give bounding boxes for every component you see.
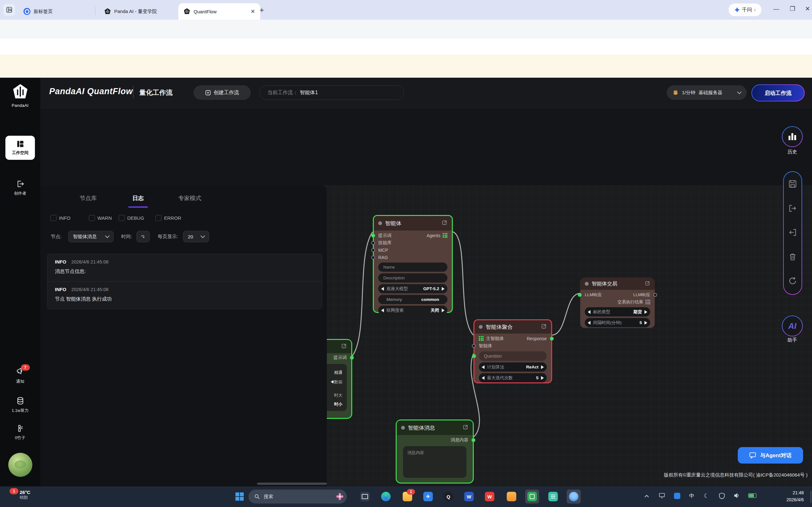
show-desktop-button[interactable] <box>810 491 811 503</box>
plan-algorithm-stepper[interactable]: 计划算法 ReAct <box>479 362 547 372</box>
import-button[interactable] <box>788 228 797 238</box>
agents-grid-port[interactable] <box>443 233 447 238</box>
port-dot[interactable] <box>653 293 657 297</box>
question-input[interactable]: Question <box>479 351 547 361</box>
port-dot[interactable] <box>371 241 375 245</box>
start-workflow-button[interactable]: 启动工作流 <box>751 84 805 102</box>
edit-icon[interactable] <box>442 220 447 227</box>
memory-field[interactable]: Memory common <box>378 295 447 304</box>
ime-indicator[interactable]: 中 <box>689 493 694 499</box>
wps-icon[interactable]: W <box>483 490 497 504</box>
stepper-right-icon[interactable] <box>442 287 445 291</box>
checkbox-icon[interactable] <box>50 215 56 221</box>
stepper-right-icon[interactable] <box>645 321 647 325</box>
stepper-right-icon[interactable] <box>442 308 445 312</box>
create-workflow-button[interactable]: 创建工作流 <box>194 85 251 100</box>
time-sort-button[interactable] <box>137 231 150 242</box>
task-view-button[interactable] <box>358 490 372 504</box>
stepper-left-icon[interactable] <box>482 376 485 380</box>
file-explorer-icon[interactable]: 1 <box>400 490 414 504</box>
history-button[interactable] <box>782 126 803 147</box>
ai-assistant-button[interactable]: AI <box>782 316 803 336</box>
port-dot[interactable] <box>472 344 476 348</box>
folder-app-icon[interactable] <box>505 490 518 504</box>
browser-tab-newtab[interactable]: 新标签页 <box>18 3 100 20</box>
port-dot[interactable] <box>578 293 581 297</box>
user-avatar[interactable] <box>8 453 32 477</box>
taskbar-search[interactable]: 搜索 <box>248 490 347 504</box>
port-dot[interactable] <box>550 337 554 341</box>
moon-icon[interactable]: ☾ <box>704 492 709 499</box>
horizontal-scrollbar[interactable] <box>257 483 327 485</box>
node-trade[interactable]: 智能体交易 LLM响应 LLM响应 交易执行结果 标的 <box>580 277 655 328</box>
port-dot[interactable] <box>471 438 475 442</box>
sidebar-item-notifications[interactable]: 7 通知 <box>0 367 40 384</box>
node-agent[interactable]: 智能体 提示词 Agents 技能库 <box>373 215 453 313</box>
notes-app-icon[interactable] <box>546 490 560 504</box>
save-button[interactable] <box>788 179 797 189</box>
edit-icon[interactable] <box>463 424 468 431</box>
sidebar-item-bamboo[interactable]: 0竹子 <box>0 424 40 441</box>
word-icon[interactable]: W <box>462 490 476 504</box>
filter-warn[interactable]: WARN <box>89 215 112 221</box>
interval-stepper[interactable]: 间隔时间(分钟) 5 <box>585 318 650 327</box>
filter-info[interactable]: INFO <box>50 215 70 221</box>
volume-icon[interactable] <box>733 493 740 500</box>
new-tab-button[interactable]: + <box>260 6 264 14</box>
sidebar-item-power[interactable]: 1.1w算力 <box>0 396 40 413</box>
delete-button[interactable] <box>789 252 797 263</box>
edge-browser-icon[interactable] <box>379 490 393 504</box>
max-iterations-stepper[interactable]: 最大迭代次数 5 <box>479 373 547 382</box>
tab-expert-mode[interactable]: 专家模式 <box>178 194 201 202</box>
node-header[interactable]: 智能体 <box>374 216 452 230</box>
port-dot[interactable] <box>371 234 375 237</box>
browser-app-icon[interactable] <box>567 490 581 504</box>
node-aggregate[interactable]: 智能体聚合 主智能体 Response 智能体 Que <box>473 319 552 383</box>
qq-icon[interactable]: Q <box>441 490 455 504</box>
pagesize-dropdown[interactable]: 20 <box>183 231 209 242</box>
tab-logs[interactable]: 日志 <box>132 194 144 202</box>
capture-app-icon[interactable] <box>525 490 539 504</box>
stepper-left-icon[interactable] <box>588 310 591 314</box>
node-header[interactable]: 智能体消息 <box>397 420 473 435</box>
taskbar-weather-widget[interactable]: 26°C 晴朗 <box>20 490 31 500</box>
stepper-left-icon[interactable] <box>381 287 384 291</box>
name-input[interactable]: Name <box>378 263 447 272</box>
sidebar-item-workspace[interactable]: 工作空间 <box>5 136 35 160</box>
stepper-right-icon[interactable] <box>541 365 544 369</box>
qianwen-button[interactable]: 千问 › <box>728 3 762 16</box>
log-entry[interactable]: INFO 2026/4/6 21:45:08 消息节点信息: <box>47 254 322 281</box>
node-message[interactable]: 智能体消息 消息内容 消息内容 <box>396 419 474 484</box>
trade-result-grid-port[interactable] <box>646 300 650 304</box>
port-dot[interactable] <box>371 256 375 259</box>
tab-close-icon[interactable]: ✕ <box>251 8 255 15</box>
tray-app-icon[interactable] <box>674 493 680 500</box>
server-selector[interactable]: 1/分钟 基础服务器 <box>667 85 747 100</box>
stepper-left-icon[interactable] <box>482 365 485 369</box>
filter-debug[interactable]: DEBUG <box>119 215 144 221</box>
edge-agent-aggregate[interactable] <box>453 232 473 335</box>
stepper-right-icon[interactable] <box>645 310 647 314</box>
battery-icon[interactable] <box>748 493 757 499</box>
edit-icon[interactable] <box>342 343 347 350</box>
tab-node-library[interactable]: 节点库 <box>80 194 97 202</box>
start-button[interactable] <box>236 493 244 501</box>
node-filter-dropdown[interactable]: 智能体消息 <box>68 231 114 242</box>
stepper-left-icon[interactable] <box>381 308 384 312</box>
edge-prompt-agent[interactable] <box>352 232 373 356</box>
chat-app-icon[interactable]: ✈ <box>421 490 435 504</box>
port-dot[interactable] <box>472 354 476 358</box>
log-entry[interactable]: INFO 2026/4/6 21:45:08 节点 智能体消息 执行成功 <box>47 281 322 309</box>
stepper-left-icon[interactable] <box>588 321 591 325</box>
sidebar-item-creator[interactable]: 创作者 <box>0 180 40 196</box>
agent-chat-button[interactable]: 与Agent对话 <box>738 447 803 463</box>
current-workflow-input[interactable]: 当前工作流： 智能体1 <box>260 85 404 100</box>
base-model-stepper[interactable]: 底座大模型 GPT-5.2 <box>378 284 447 293</box>
checkbox-icon[interactable] <box>155 215 161 221</box>
target-type-stepper[interactable]: 标的类型 期货 <box>585 307 650 317</box>
main-agent-grid-port[interactable] <box>479 336 484 341</box>
browser-tab-quantflow[interactable]: QuantFlow ✕ <box>178 3 260 20</box>
port-dot[interactable] <box>371 248 375 252</box>
edge-aggregate-trade[interactable] <box>552 293 580 335</box>
edit-icon[interactable] <box>541 324 547 330</box>
